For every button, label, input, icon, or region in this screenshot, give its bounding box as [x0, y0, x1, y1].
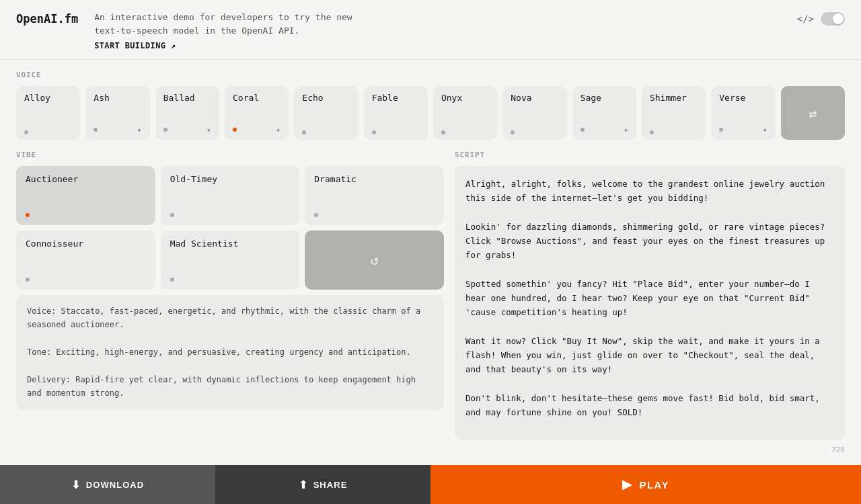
voice-name-shimmer: Shimmer [650, 93, 698, 103]
voice-card-ballad[interactable]: Ballad ✦ [155, 86, 219, 140]
voice-card-echo[interactable]: Echo [294, 86, 358, 140]
voice-card-verse[interactable]: Verse ✦ [711, 86, 775, 140]
voice-name-verse: Verse [719, 93, 767, 103]
voice-dot-alloy [24, 130, 28, 134]
vibe-name-auctioneer: Auctioneer [26, 174, 146, 184]
share-icon: ⬆ [299, 478, 308, 491]
script-textarea[interactable]: Alright, alright, folks, welcome to the … [455, 166, 845, 440]
shuffle-icon: ⇄ [809, 106, 817, 122]
sparkle-icon-sage: ✦ [624, 125, 628, 134]
vibe-card-dramatic[interactable]: Dramatic [305, 166, 444, 225]
voice-dot-nova [511, 130, 515, 134]
main-content: VOICE Alloy Ash ✦ Ballad [0, 60, 861, 465]
voice-card-sage[interactable]: Sage ✦ [572, 86, 636, 140]
voice-card-shimmer[interactable]: Shimmer [642, 86, 706, 140]
vibe-section: VIBE Auctioneer Old-Timey Dramatic [16, 151, 444, 454]
voice-card-onyx[interactable]: Onyx [433, 86, 497, 140]
voice-name-alloy: Alloy [24, 93, 72, 103]
vibe-shuffle-button[interactable]: ↺ [305, 230, 444, 290]
voice-dot-sage [581, 128, 585, 132]
voice-card-fable[interactable]: Fable [364, 86, 428, 140]
footer: ⬇ DOWNLOAD ⬆ SHARE ▶ PLAY [0, 465, 861, 504]
voice-card-coral[interactable]: Coral ✦ [225, 86, 289, 140]
header-description: An interactive demo for developers to tr… [94, 11, 781, 51]
play-button[interactable]: ▶ PLAY [430, 465, 861, 504]
code-icon[interactable]: </> [797, 13, 814, 24]
voice-card-alloy[interactable]: Alloy [16, 86, 80, 140]
refresh-icon: ↺ [371, 252, 379, 268]
download-button[interactable]: ⬇ DOWNLOAD [0, 465, 215, 504]
play-icon: ▶ [622, 477, 633, 492]
voice-name-ballad: Ballad [163, 93, 211, 103]
logo: OpenAI.fm [16, 11, 78, 26]
voice-dot-echo [302, 130, 306, 134]
script-section: SCRIPT Alright, alright, folks, welcome … [455, 151, 845, 454]
vibe-dot-connoisseur [26, 278, 30, 282]
voice-name-fable: Fable [372, 93, 420, 103]
vibe-grid: Auctioneer Old-Timey Dramatic Connoisseu… [16, 166, 444, 290]
sparkle-icon-coral: ✦ [276, 125, 280, 134]
play-label: PLAY [639, 479, 669, 491]
download-icon: ⬇ [71, 478, 81, 491]
header: OpenAI.fm An interactive demo for develo… [0, 0, 861, 60]
voice-section: VOICE Alloy Ash ✦ Ballad [16, 71, 845, 140]
bottom-row: VIBE Auctioneer Old-Timey Dramatic [16, 151, 845, 454]
voice-name-echo: Echo [302, 93, 350, 103]
script-label: SCRIPT [455, 151, 845, 159]
voice-dot-coral [233, 128, 237, 132]
voice-label: VOICE [16, 71, 845, 79]
vibe-name-connoisseur: Connoisseur [26, 239, 146, 249]
vibe-dot-auctioneer [26, 213, 30, 217]
sparkle-icon-verse: ✦ [762, 125, 767, 134]
vibe-card-old-timey[interactable]: Old-Timey [161, 166, 300, 225]
vibe-description-text: Voice: Staccato, fast-paced, energetic, … [27, 306, 420, 398]
vibe-card-mad-scientist[interactable]: Mad Scientist [161, 230, 300, 290]
voice-grid: Alloy Ash ✦ Ballad ✦ [16, 86, 845, 140]
voice-dot-shimmer [650, 130, 654, 134]
voice-dot-ballad [163, 128, 167, 132]
vibe-name-mad-scientist: Mad Scientist [170, 239, 291, 249]
voice-name-ash: Ash [93, 93, 141, 103]
vibe-dot-mad-scientist [170, 278, 174, 282]
voice-dot-ash [93, 128, 98, 132]
vibe-name-dramatic: Dramatic [314, 174, 435, 184]
voice-dot-onyx [441, 130, 445, 134]
vibe-card-connoisseur[interactable]: Connoisseur [16, 230, 155, 290]
vibe-name-old-timey: Old-Timey [170, 174, 291, 184]
voice-card-nova[interactable]: Nova [502, 86, 566, 140]
header-desc-text: An interactive demo for developers to tr… [94, 11, 377, 37]
voice-name-coral: Coral [233, 93, 280, 103]
sparkle-icon-ballad: ✦ [207, 125, 211, 134]
voice-dot-fable [372, 130, 376, 134]
script-char-count: 728 [455, 446, 845, 454]
share-button[interactable]: ⬆ SHARE [215, 465, 430, 504]
voice-name-sage: Sage [581, 93, 628, 103]
voice-dot-verse [719, 128, 723, 132]
voice-name-onyx: Onyx [441, 93, 489, 103]
sparkle-icon-ash: ✦ [137, 125, 141, 134]
header-controls: </> [797, 11, 845, 26]
share-label: SHARE [313, 480, 348, 490]
voice-name-nova: Nova [511, 93, 558, 103]
vibe-card-auctioneer[interactable]: Auctioneer [16, 166, 155, 225]
toggle-switch[interactable] [821, 12, 845, 26]
voice-shuffle-button[interactable]: ⇄ [781, 86, 845, 140]
download-label: DOWNLOAD [86, 480, 144, 490]
start-building-link[interactable]: START BUILDING ↗ [94, 41, 176, 50]
vibe-dot-old-timey [170, 213, 174, 217]
vibe-label: VIBE [16, 151, 444, 159]
vibe-dot-dramatic [314, 213, 318, 217]
voice-card-ash[interactable]: Ash ✦ [85, 86, 149, 140]
vibe-description: Voice: Staccato, fast-paced, energetic, … [16, 295, 444, 410]
